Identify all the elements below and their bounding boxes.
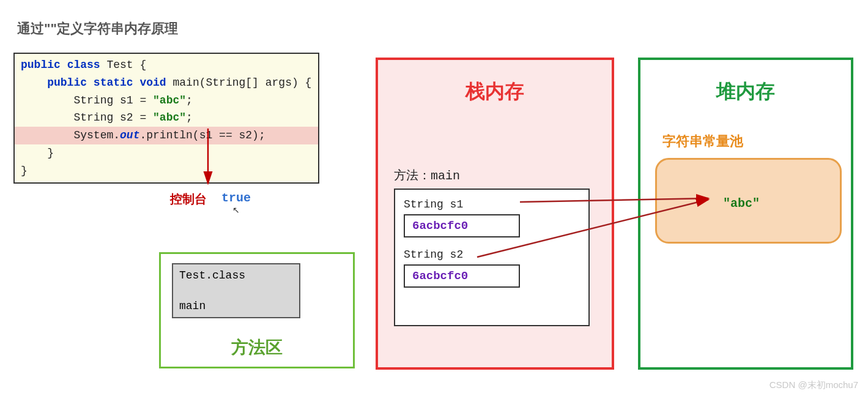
kw-class: class — [67, 59, 100, 71]
s2-decl: String s2 = — [73, 111, 153, 124]
var-s1-label: String s1 — [404, 198, 580, 211]
code-line-3: String s1 = "abc"; — [15, 92, 318, 110]
var-s2-label: String s2 — [404, 248, 580, 261]
var-s2-address: 6acbcfc0 — [404, 264, 520, 288]
code-line-5-highlighted: System.out.println(s1 == s2); — [15, 127, 318, 144]
kw-static: static — [94, 77, 133, 89]
heap-memory-box: 堆内存 字符串常量池 "abc" — [638, 58, 853, 370]
kw-void: void — [139, 77, 166, 89]
console-output-value: true — [221, 191, 251, 205]
loaded-class-name: Test.class — [179, 269, 293, 282]
code-line-6: } — [15, 144, 318, 162]
s2-literal: "abc" — [153, 111, 186, 124]
code-line-1: public class Test { — [15, 56, 318, 74]
stack-frame-box: String s1 6acbcfc0 String s2 6acbcfc0 — [394, 189, 590, 326]
s1-decl: String s1 = — [73, 94, 153, 106]
diagram-title: 通过""定义字符串内存原理 — [17, 20, 178, 38]
s1-literal: "abc" — [153, 94, 186, 106]
code-block: public class Test { public static void m… — [13, 53, 319, 184]
console-label: 控制台 — [170, 191, 207, 207]
kw-public: public — [47, 77, 87, 89]
heap-title: 堆内存 — [640, 78, 851, 105]
method-area-box: Test.class main 方法区 — [159, 252, 355, 368]
code-line-7: } — [15, 162, 318, 180]
stack-memory-box: 栈内存 方法：main String s1 6acbcfc0 String s2… — [376, 58, 614, 370]
method-area-title: 方法区 — [161, 336, 353, 359]
kw-public: public — [21, 59, 61, 71]
code-line-4: String s2 = "abc"; — [15, 109, 318, 127]
class-loaded-box: Test.class main — [172, 263, 300, 318]
pooled-string-abc: "abc" — [723, 196, 760, 211]
code-line-2: public static void main(String[] args) { — [15, 74, 318, 92]
loaded-method-name: main — [179, 300, 293, 312]
cursor-icon: ↖ — [232, 205, 240, 215]
main-sig: main(String[] args) { — [173, 77, 312, 89]
watermark: CSDN @末初mochu7 — [770, 379, 858, 391]
string-pool-label: 字符串常量池 — [662, 132, 743, 151]
var-s1-address: 6acbcfc0 — [404, 214, 520, 237]
stack-title: 栈内存 — [378, 78, 612, 105]
method-frame-label: 方法：main — [394, 167, 460, 184]
out-field: out — [120, 129, 139, 141]
class-name: Test { — [106, 59, 146, 71]
string-pool-box: "abc" — [655, 158, 842, 244]
